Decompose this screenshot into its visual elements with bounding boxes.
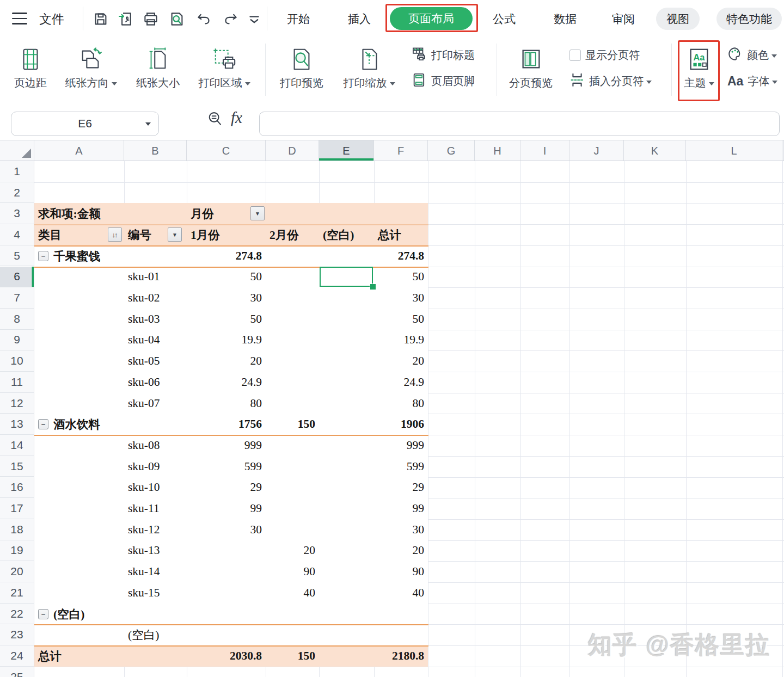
cell-B15[interactable]: sku-09 <box>124 456 187 477</box>
save-icon[interactable] <box>93 11 109 27</box>
cell-C24[interactable]: 2030.8 <box>187 645 266 667</box>
header-footer-button[interactable]: 页眉页脚 <box>412 72 475 90</box>
insert-page-break-button[interactable]: 插入分页符 <box>569 72 652 90</box>
cell-D20[interactable]: 90 <box>266 561 319 582</box>
sort-filter-button[interactable]: ↓↑ <box>108 227 122 242</box>
cell-D21[interactable]: 40 <box>266 582 319 604</box>
cell-C16[interactable]: 29 <box>187 477 266 498</box>
row-header-17[interactable]: 17 <box>0 498 34 519</box>
cell-B11[interactable]: sku-06 <box>124 372 187 393</box>
print-scale-button[interactable]: 打印缩放 <box>336 44 402 90</box>
cell-C7[interactable]: 30 <box>187 287 266 309</box>
row-header-24[interactable]: 24 <box>0 645 34 667</box>
cell-F18[interactable]: 30 <box>374 519 428 540</box>
cell-C18[interactable]: 30 <box>187 519 266 540</box>
toolbar-more-icon[interactable] <box>246 11 259 27</box>
tab-insert[interactable]: 插入 <box>348 0 371 38</box>
fill-handle[interactable] <box>370 284 376 290</box>
cell-F10[interactable]: 20 <box>374 350 428 372</box>
collapse-button[interactable]: − <box>38 609 48 619</box>
cell-F4[interactable]: 总计 <box>374 224 428 245</box>
row-header-8[interactable]: 8 <box>0 309 34 330</box>
cell-C11[interactable]: 24.9 <box>187 372 266 393</box>
row-header-3[interactable]: 3 <box>0 203 34 224</box>
collapse-button[interactable]: − <box>38 419 48 429</box>
select-all-corner[interactable] <box>0 140 34 161</box>
cell-B16[interactable]: sku-10 <box>124 477 187 498</box>
fonts-button[interactable]: Aa 字体 <box>727 72 777 90</box>
cell-F12[interactable]: 80 <box>374 393 428 414</box>
cell-C6[interactable]: 50 <box>187 267 266 288</box>
cell-F15[interactable]: 599 <box>374 456 428 477</box>
row-header-16[interactable]: 16 <box>0 477 34 498</box>
row-header-12[interactable]: 12 <box>0 393 34 414</box>
cell-C15[interactable]: 599 <box>187 456 266 477</box>
filter-dropdown-button[interactable]: ▼ <box>168 227 182 242</box>
tab-home[interactable]: 开始 <box>287 0 310 38</box>
column-header-E[interactable]: E <box>319 140 374 161</box>
cell-B23[interactable]: (空白) <box>124 624 187 645</box>
column-header-C[interactable]: C <box>187 140 266 161</box>
column-header-I[interactable]: I <box>520 140 569 161</box>
row-header-1[interactable]: 1 <box>0 161 34 182</box>
cell-F6[interactable]: 50 <box>374 267 428 288</box>
row-header-15[interactable]: 15 <box>0 456 34 477</box>
cell-B21[interactable]: sku-15 <box>124 582 187 604</box>
column-header-B[interactable]: B <box>124 140 187 161</box>
cell-B9[interactable]: sku-04 <box>124 330 187 351</box>
row-header-18[interactable]: 18 <box>0 519 34 540</box>
cell-F17[interactable]: 99 <box>374 498 428 519</box>
row-header-13[interactable]: 13 <box>0 414 34 435</box>
name-box[interactable]: E6 <box>11 112 159 136</box>
row-header-9[interactable]: 9 <box>0 330 34 351</box>
print-area-button[interactable]: 打印区域 <box>191 44 258 90</box>
cell-C4[interactable]: 1月份 <box>187 224 266 245</box>
cell-A22[interactable]: −(空白) <box>34 604 124 625</box>
cell-C14[interactable]: 999 <box>187 435 266 456</box>
cell-B10[interactable]: sku-05 <box>124 350 187 372</box>
cell-A5[interactable]: −千果蜜饯 <box>34 245 124 267</box>
cell-F5[interactable]: 274.8 <box>374 245 428 267</box>
column-header-F[interactable]: F <box>374 140 428 161</box>
theme-button[interactable]: Aa 主题 <box>679 44 719 90</box>
cell-C13[interactable]: 1756 <box>187 414 266 435</box>
row-header-6[interactable]: 6 <box>0 267 34 288</box>
export-pdf-icon[interactable] <box>118 11 134 27</box>
fx-icon[interactable]: fx <box>231 109 242 127</box>
cell-B14[interactable]: sku-08 <box>124 435 187 456</box>
column-header-A[interactable]: A <box>34 140 124 161</box>
row-header-20[interactable]: 20 <box>0 561 34 582</box>
column-header-G[interactable]: G <box>428 140 475 161</box>
cell-E4[interactable]: (空白) <box>319 224 374 245</box>
column-header-L[interactable]: L <box>686 140 782 161</box>
column-header-D[interactable]: D <box>266 140 319 161</box>
collapse-button[interactable]: − <box>38 251 48 261</box>
file-menu[interactable]: 文件 <box>39 0 64 38</box>
colors-button[interactable]: 颜色 <box>727 46 777 64</box>
paper-orientation-button[interactable]: 纸张方向 <box>58 44 124 90</box>
cell-D4[interactable]: 2月份 <box>266 224 319 245</box>
row-header-21[interactable]: 21 <box>0 582 34 604</box>
cell-D24[interactable]: 150 <box>266 645 319 667</box>
cell-B8[interactable]: sku-03 <box>124 309 187 330</box>
column-header-J[interactable]: J <box>569 140 624 161</box>
print-preview-button[interactable]: 打印预览 <box>271 44 332 90</box>
tab-special-features[interactable]: 特色功能 <box>716 8 782 30</box>
cell-C5[interactable]: 274.8 <box>187 245 266 267</box>
row-header-14[interactable]: 14 <box>0 435 34 456</box>
tab-review[interactable]: 审阅 <box>612 0 635 38</box>
cell-B18[interactable]: sku-12 <box>124 519 187 540</box>
cell-F9[interactable]: 19.9 <box>374 330 428 351</box>
margins-button[interactable]: 页边距 <box>7 44 54 90</box>
page-break-preview-button[interactable]: 分页预览 <box>504 44 558 90</box>
cell-A13[interactable]: −酒水饮料 <box>34 414 124 435</box>
row-header-4[interactable]: 4 <box>0 224 34 245</box>
row-header-11[interactable]: 11 <box>0 372 34 393</box>
cell-F19[interactable]: 20 <box>374 540 428 562</box>
cell-A4[interactable]: 类目↓↑ <box>34 224 124 245</box>
cell-F16[interactable]: 29 <box>374 477 428 498</box>
cell-C9[interactable]: 19.9 <box>187 330 266 351</box>
cell-B12[interactable]: sku-07 <box>124 393 187 414</box>
print-titles-button[interactable]: 打印标题 <box>412 46 475 64</box>
cell-B4[interactable]: 编号▼ <box>124 224 187 245</box>
